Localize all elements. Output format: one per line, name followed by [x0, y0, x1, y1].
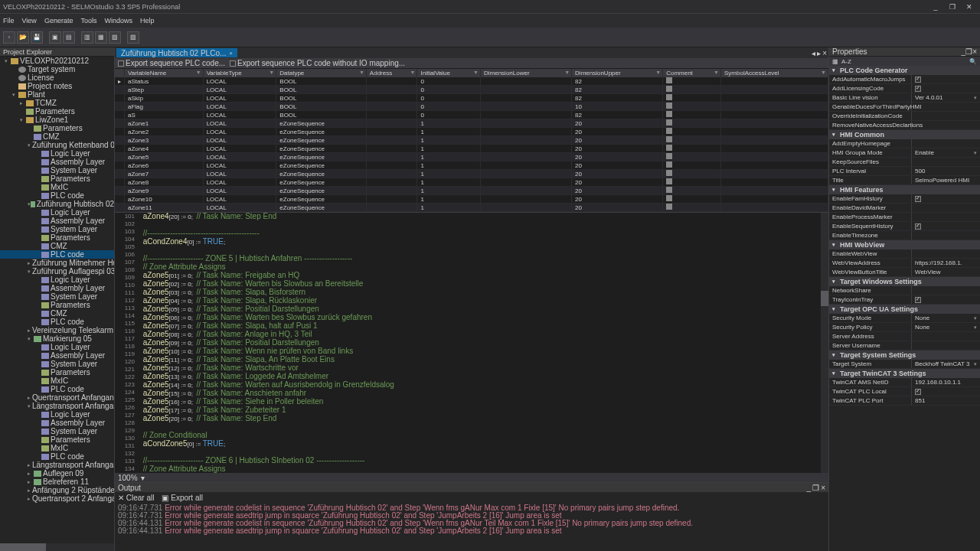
tree-item[interactable]: ▸TCMZ — [0, 99, 114, 107]
open-icon[interactable]: 📂 — [17, 31, 29, 44]
prop-row[interactable]: EnableSequentHistory — [829, 222, 980, 231]
tree-item[interactable]: Parameters — [0, 233, 114, 242]
tree-item[interactable]: PLC code — [0, 452, 114, 461]
build-icon[interactable]: ▣ — [49, 31, 61, 44]
tree-item[interactable]: Logic Layer — [0, 208, 114, 217]
menu-tools[interactable]: Tools — [80, 17, 96, 24]
code-editor[interactable]: 101 102 103 104 105 106 107 108 109 110 … — [115, 213, 828, 473]
tab-next-icon[interactable]: ▸ — [817, 49, 821, 57]
menu-windows[interactable]: Windows — [104, 17, 132, 24]
prop-row[interactable]: TitleSelmoPowered HMI — [829, 176, 980, 185]
table-row[interactable]: aSLOCALBOOL082 — [115, 111, 828, 119]
prop-row[interactable]: Basic Line visionVer 4.0.01 — [829, 93, 980, 103]
tab-close-all-icon[interactable]: × — [822, 49, 827, 57]
table-row[interactable]: aZone6LOCALeZoneSequence120 — [115, 161, 828, 170]
close-icon[interactable]: ✕ — [962, 3, 977, 11]
tree-item[interactable]: CMZ — [0, 132, 114, 141]
props-max-icon[interactable]: ❐ — [965, 47, 972, 56]
table-row[interactable]: aSkipLOCALBOOL082 — [115, 94, 828, 103]
project-tree[interactable]: ▾VELOXPh20210212Target systemLicenseProj… — [0, 57, 114, 543]
output-close-icon[interactable]: × — [821, 484, 825, 492]
output-max-icon[interactable]: ❐ — [812, 484, 819, 492]
tree-item[interactable]: System Layer — [0, 166, 114, 174]
table-row[interactable]: aZone9LOCALeZoneSequence120 — [115, 187, 828, 195]
tree-item[interactable]: Logic Layer — [0, 149, 114, 158]
export-plc-button[interactable]: Export sequence PLC code... — [118, 59, 225, 67]
tree-item[interactable]: ▾Markierung 05 — [0, 334, 114, 343]
zoom-value[interactable]: 100% — [118, 474, 138, 482]
prop-row[interactable]: Server Username — [829, 341, 980, 350]
tree-item[interactable]: PLC code — [0, 385, 114, 393]
save-icon[interactable]: 💾 — [31, 31, 43, 44]
table-row[interactable]: aFlagLOCALBOOL010 — [115, 103, 828, 111]
table-row[interactable]: aZone11LOCALeZoneSequence120 — [115, 204, 828, 212]
tree-item[interactable]: Logic Layer — [0, 343, 114, 351]
minimize-icon[interactable]: _ — [928, 3, 943, 11]
tree-item[interactable]: ▾VELOXPh20210212 — [0, 57, 114, 65]
tree-item[interactable]: MxIC — [0, 444, 114, 452]
prop-row[interactable]: TrayIconInTray — [829, 295, 980, 305]
tree-item[interactable]: Parameters — [0, 124, 114, 132]
tree-item[interactable]: ▾Zuführung Auflagespi 03 — [0, 267, 114, 276]
tree-item[interactable]: System Layer — [0, 292, 114, 301]
prop-category[interactable]: ▾Target System Settings — [829, 350, 980, 360]
table-row[interactable]: aZone3LOCALeZoneSequence120 — [115, 136, 828, 145]
code-text[interactable]: aZone4[20] := 0; // Task Name: Step End … — [138, 213, 821, 473]
table-row[interactable]: aZone7LOCALeZoneSequence120 — [115, 170, 828, 178]
tree-item[interactable]: License — [0, 73, 114, 82]
tree-item[interactable]: MxIC — [0, 377, 114, 385]
deploy-icon[interactable]: ▤ — [63, 31, 75, 44]
tree-item[interactable]: PLC code — [0, 318, 114, 326]
menu-view[interactable]: View — [22, 17, 37, 24]
prop-row[interactable]: Target SystemBeckhoff TwinCAT 3 — [829, 360, 980, 369]
tree-item[interactable]: Parameters — [0, 107, 114, 116]
tree-item[interactable]: Logic Layer — [0, 410, 114, 419]
properties-body[interactable]: ▾PLC Code GeneratorAddAutomaticMacroJump… — [829, 66, 980, 551]
output-min-icon[interactable]: _ — [807, 484, 812, 492]
menu-file[interactable]: File — [3, 17, 15, 24]
tree-item[interactable]: System Layer — [0, 360, 114, 368]
prop-row[interactable]: TwinCAT PLC Local — [829, 387, 980, 396]
new-icon[interactable]: ▫ — [3, 31, 15, 44]
table-row[interactable]: aZone2LOCALeZoneSequence120 — [115, 128, 828, 136]
tab-plccode[interactable]: Zuführung Hubtisch 02 PLCo... × — [116, 48, 237, 57]
prop-row[interactable]: RemoveNativeAccessDeclartions — [829, 121, 980, 130]
prop-row[interactable]: HMI Groupa ModeEnable — [829, 148, 980, 158]
prop-row[interactable]: Server Address — [829, 332, 980, 341]
prop-row[interactable]: Security PolicyNone — [829, 323, 980, 332]
tree-item[interactable]: ▸Zuführung Mitnehmer Hubtis — [0, 259, 114, 267]
sort-az-icon[interactable]: A-Z — [841, 58, 851, 65]
prop-row[interactable]: GenableDucesForThirdPartyHMI — [829, 103, 980, 112]
explorer-hscroll[interactable] — [0, 543, 114, 551]
prop-row[interactable]: OverrideInitializationCode — [829, 112, 980, 121]
tree-item[interactable]: Parameters — [0, 435, 114, 444]
export-all-button[interactable]: ▣ Export all — [162, 494, 202, 502]
tree-item[interactable]: ▸Quertransport 2 Anfangang — [0, 494, 114, 503]
tree-item[interactable]: ▸Längstransport Anfangang 10 — [0, 461, 114, 469]
prop-category[interactable]: ▾HMI WebView — [829, 240, 980, 249]
sort-cat-icon[interactable]: ▦ — [832, 58, 838, 65]
maximize-icon[interactable]: ❐ — [945, 3, 960, 11]
tree-item[interactable]: ▾Längstransport Anfangang — [0, 402, 114, 410]
prop-category[interactable]: ▾Target OPC UA Settings — [829, 305, 980, 314]
tree-item[interactable]: Logic Layer — [0, 276, 114, 284]
prop-category[interactable]: ▾HMI Features — [829, 185, 980, 194]
zoom-dropdown-icon[interactable]: ▾ — [141, 474, 145, 482]
prop-category[interactable]: ▾Target TwinCAT 3 Settings — [829, 369, 980, 378]
tool-icon[interactable]: ▥ — [81, 31, 93, 44]
editor-vscroll[interactable] — [821, 213, 828, 473]
prop-row[interactable]: EnableTimezone — [829, 231, 980, 240]
prop-row[interactable]: AddLicensingCode — [829, 84, 980, 93]
tree-item[interactable]: ▸Auflegen 09 — [0, 469, 114, 478]
tree-item[interactable]: Assembly Layer — [0, 217, 114, 225]
tab-close-icon[interactable]: × — [229, 50, 233, 57]
variable-grid[interactable]: VariableName▼VariableType▼Datatype▼Addre… — [115, 69, 828, 213]
tool3-icon[interactable]: ▧ — [109, 31, 121, 44]
search-icon[interactable]: 🔍 — [969, 58, 977, 65]
prop-row[interactable]: EnableProcessMarker — [829, 213, 980, 222]
table-row[interactable]: aZone10LOCALeZoneSequence120 — [115, 195, 828, 204]
tree-item[interactable]: PLC code — [0, 250, 114, 259]
tree-item[interactable]: Assembly Layer — [0, 158, 114, 166]
prop-row[interactable]: EnableFamHistory — [829, 194, 980, 204]
tree-item[interactable]: System Layer — [0, 225, 114, 233]
